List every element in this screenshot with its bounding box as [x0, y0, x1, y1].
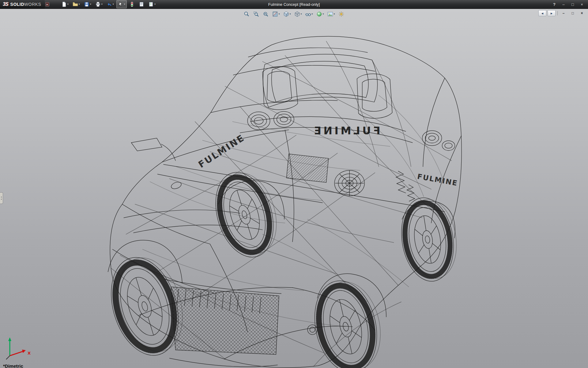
dropdown-caret-icon[interactable]: ▾: [79, 3, 80, 6]
dropdown-caret-icon[interactable]: ▾: [90, 3, 91, 6]
model-badge-text: FULMINE: [197, 132, 247, 170]
hide-show-glasses-icon: [305, 11, 311, 17]
titlebar-window-controls: ? – □ ×: [551, 1, 588, 7]
menu-expand-arrow-icon[interactable]: ▸: [45, 2, 49, 6]
roof-opening: [263, 54, 378, 107]
brand-works: WORKS: [24, 2, 41, 7]
dropdown-caret-icon[interactable]: ▾: [113, 3, 114, 6]
rear-left-wheel: [206, 164, 286, 264]
new-document-button[interactable]: ▾: [60, 0, 70, 8]
rebuild-button[interactable]: [128, 0, 136, 8]
save-floppy-icon: [84, 2, 89, 7]
dropdown-caret-icon[interactable]: ▾: [289, 13, 291, 15]
options-button[interactable]: ▾: [147, 0, 157, 8]
standard-toolbar: ▾ ▾ ▾ ▾: [60, 0, 157, 8]
new-document-icon: [61, 2, 67, 7]
model-badge-text-mirrored: FULMINE: [312, 125, 380, 137]
suspension-springs: [396, 171, 415, 201]
wireframe-car-model[interactable]: FULMINE FULMINE FULMINE: [0, 9, 588, 368]
pane-previous-button[interactable]: ◄: [538, 10, 546, 16]
dropdown-caret-icon[interactable]: ▾: [124, 3, 125, 6]
y-axis-arrow: [8, 337, 11, 341]
options-icon: [148, 2, 154, 7]
undo-arrow-icon: [107, 2, 112, 7]
apply-scene-button[interactable]: ▾: [327, 10, 336, 18]
print-button[interactable]: ▾: [94, 0, 104, 8]
pane-next-button[interactable]: ►: [548, 10, 556, 16]
drive-unit: [334, 171, 364, 196]
section-view-button[interactable]: ▾: [271, 10, 280, 18]
dropdown-caret-icon[interactable]: ▾: [334, 13, 335, 15]
apply-scene-icon: [327, 11, 334, 17]
front-right-wheel: [306, 274, 389, 368]
display-style-button[interactable]: ▾: [293, 10, 302, 18]
separator: [557, 11, 558, 15]
dropdown-caret-icon[interactable]: ▾: [323, 13, 324, 15]
open-folder-icon: [73, 2, 78, 7]
zoom-to-area-icon: [253, 11, 259, 17]
seats: [262, 67, 392, 118]
dassault-3ds-logo-icon: 3S: [3, 2, 8, 7]
document-minimize-button[interactable]: –: [560, 10, 567, 16]
zoom-to-area-button[interactable]: [252, 10, 260, 18]
side-mirror: [131, 138, 175, 160]
section-view-icon: [272, 11, 278, 17]
view-settings-sun-icon: [338, 11, 345, 17]
brand-solid: SOLID: [10, 2, 24, 7]
document-close-button[interactable]: ×: [578, 10, 586, 16]
view-orientation-cube-icon: [283, 11, 289, 17]
open-document-button[interactable]: ▾: [71, 0, 81, 8]
view-settings-button[interactable]: [338, 10, 345, 18]
undo-button[interactable]: ▾: [105, 0, 115, 8]
car-body-outline: [110, 36, 462, 368]
view-orientation-label: *Dimetric: [3, 363, 23, 368]
edit-appearance-ball-icon: [316, 11, 322, 17]
edit-appearance-button[interactable]: ▾: [316, 10, 325, 18]
save-button[interactable]: ▾: [82, 0, 93, 8]
dropdown-caret-icon[interactable]: ▾: [312, 13, 313, 15]
document-restore-button[interactable]: □: [569, 10, 577, 16]
dropdown-caret-icon[interactable]: ▾: [67, 3, 69, 6]
featuremanager-collapsed-tab[interactable]: [0, 192, 3, 204]
model-badge-text: FULMINE: [417, 172, 458, 187]
dropdown-caret-icon[interactable]: ▾: [101, 3, 103, 6]
file-properties-button[interactable]: [137, 0, 146, 8]
dropdown-caret-icon[interactable]: ▾: [278, 13, 280, 15]
view-orientation-button[interactable]: ▾: [282, 10, 291, 18]
wheel-arches: [108, 181, 455, 317]
help-button[interactable]: ?: [551, 1, 558, 7]
orientation-triad: X: [5, 335, 36, 360]
display-style-icon: [294, 11, 300, 17]
titlebar: 3S SOLIDWORKS ▸ ▾ ▾ ▾: [0, 0, 588, 9]
zoom-to-fit-button[interactable]: [243, 10, 250, 18]
dropdown-caret-icon[interactable]: ▾: [300, 13, 302, 15]
select-tool-button[interactable]: ▾: [116, 0, 127, 8]
close-button[interactable]: ×: [578, 1, 586, 7]
window-title: Fulmine Concept [Read-only]: [268, 2, 320, 7]
front-grille: [165, 279, 281, 367]
x-axis-arrow: [22, 350, 26, 353]
minimize-button[interactable]: –: [560, 1, 567, 7]
select-cursor-icon: [118, 2, 123, 7]
restore-button[interactable]: □: [569, 1, 576, 7]
solidworks-logo: 3S SOLIDWORKS: [0, 0, 45, 9]
graphics-viewport[interactable]: ▾ ▾ ▾ ▾: [0, 9, 588, 368]
solidworks-wordmark: SOLIDWORKS: [10, 2, 41, 7]
dropdown-caret-icon[interactable]: ▾: [154, 3, 156, 6]
zoom-to-fit-icon: [243, 11, 250, 17]
file-properties-icon: [139, 2, 144, 7]
hide-show-items-button[interactable]: ▾: [305, 10, 314, 18]
battery-box: [287, 154, 329, 182]
previous-view-icon: [262, 11, 269, 17]
heads-up-view-toolbar: ▾ ▾ ▾ ▾: [243, 10, 345, 18]
x-axis-label: X: [28, 351, 31, 355]
rebuild-traffic-light-icon: [129, 2, 135, 7]
print-icon: [95, 2, 101, 7]
document-window-controls: ◄ ► – □ ×: [538, 10, 586, 16]
previous-view-button[interactable]: [262, 10, 269, 18]
